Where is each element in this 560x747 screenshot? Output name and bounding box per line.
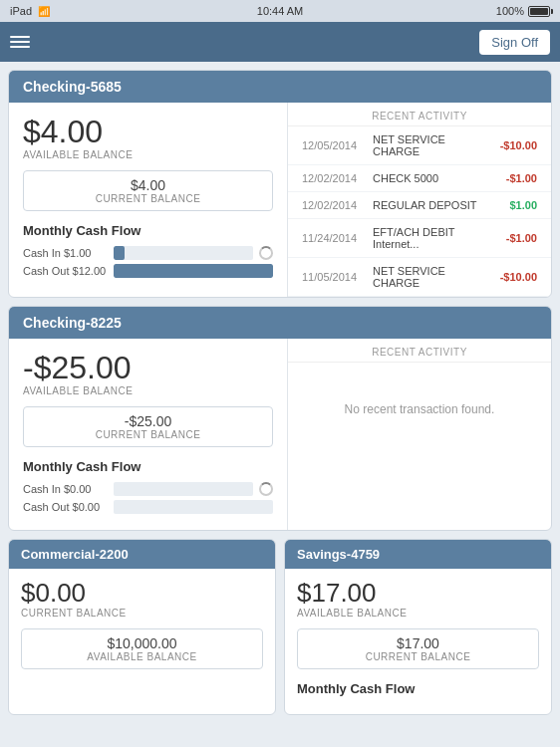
table-row: 12/02/2014 CHECK 5000 -$1.00 bbox=[288, 165, 551, 192]
current-balance-box-checking-5685: $4.00 CURRENT BALANCE bbox=[23, 170, 273, 211]
cash-in-bar-container-checking-5685 bbox=[114, 246, 253, 260]
carrier-label: iPad bbox=[10, 5, 32, 17]
tx-date: 12/02/2014 bbox=[302, 199, 367, 211]
sign-off-button[interactable]: Sign Off bbox=[479, 30, 550, 55]
account-card-checking-5685: Checking-5685 $4.00 AVAILABLE BALANCE $4… bbox=[8, 70, 552, 298]
current-balance-value-checking-5685: $4.00 bbox=[34, 177, 262, 193]
status-bar: iPad 📶 10:44 AM 100% bbox=[0, 0, 560, 22]
cash-out-bar-container-checking-5685 bbox=[114, 264, 273, 278]
cash-in-label-checking-5685: Cash In $1.00 bbox=[23, 247, 108, 259]
cash-in-row-checking-8225: Cash In $0.00 bbox=[23, 482, 273, 496]
secondary-label-commercial-2200: AVAILABLE BALANCE bbox=[32, 651, 252, 662]
tx-amount: $1.00 bbox=[489, 199, 537, 211]
no-transactions-checking-8225: No recent transaction found. bbox=[288, 363, 551, 456]
cash-in-bar-container-checking-8225 bbox=[114, 482, 253, 496]
account-card-body-checking-5685: $4.00 AVAILABLE BALANCE $4.00 CURRENT BA… bbox=[9, 103, 551, 297]
tx-desc: NET SERVICE CHARGE bbox=[367, 133, 489, 157]
tx-desc: REGULAR DEPOSIT bbox=[367, 199, 489, 211]
primary-amount-commercial-2200: $0.00 bbox=[21, 579, 263, 608]
cash-flow-title-checking-5685: Monthly Cash Flow bbox=[23, 223, 273, 238]
tx-amount: -$10.00 bbox=[489, 271, 537, 283]
available-balance-label-checking-5685: AVAILABLE BALANCE bbox=[23, 149, 273, 160]
tx-desc: CHECK 5000 bbox=[367, 172, 489, 184]
cash-flow-title-checking-8225: Monthly Cash Flow bbox=[23, 459, 273, 474]
primary-label-savings-4759: AVAILABLE BALANCE bbox=[297, 608, 539, 619]
cash-in-bar-checking-5685 bbox=[114, 246, 125, 260]
menu-button[interactable] bbox=[10, 36, 30, 48]
account-left-commercial-2200: $0.00 CURRENT BALANCE $10,000.00 AVAILAB… bbox=[9, 569, 275, 691]
cash-out-label-checking-8225: Cash Out $0.00 bbox=[23, 501, 108, 513]
battery-icon bbox=[528, 6, 550, 17]
battery-fill bbox=[530, 8, 548, 15]
recent-activity-label-checking-5685: RECENT ACTIVITY bbox=[288, 103, 551, 126]
status-bar-left: iPad 📶 bbox=[10, 5, 50, 17]
toolbar: Sign Off bbox=[0, 22, 560, 62]
tx-amount: -$1.00 bbox=[489, 232, 537, 244]
cash-flow-title-savings-4759: Monthly Cash Flow bbox=[297, 681, 539, 696]
cash-out-bar-container-checking-8225 bbox=[114, 500, 273, 514]
account-title-checking-8225: Checking-8225 bbox=[23, 315, 122, 331]
table-row: 12/05/2014 NET SERVICE CHARGE -$10.00 bbox=[288, 126, 551, 165]
available-balance-amount-checking-5685: $4.00 bbox=[23, 115, 273, 149]
account-left-savings-4759: $17.00 AVAILABLE BALANCE $17.00 CURRENT … bbox=[285, 569, 551, 714]
current-balance-box-savings-4759: $17.00 CURRENT BALANCE bbox=[297, 628, 539, 669]
available-balance-label-checking-8225: AVAILABLE BALANCE bbox=[23, 385, 273, 396]
account-card-checking-8225: Checking-8225 -$25.00 AVAILABLE BALANCE … bbox=[8, 306, 552, 531]
battery-percent: 100% bbox=[496, 5, 524, 17]
bottom-cards-row: Commercial-2200 $0.00 CURRENT BALANCE $1… bbox=[8, 539, 552, 715]
table-row: 12/02/2014 REGULAR DEPOSIT $1.00 bbox=[288, 192, 551, 219]
current-balance-box-commercial-2200: $10,000.00 AVAILABLE BALANCE bbox=[21, 628, 263, 669]
account-right-checking-8225: RECENT ACTIVITY No recent transaction fo… bbox=[288, 339, 551, 530]
account-card-header-commercial-2200: Commercial-2200 bbox=[9, 540, 275, 569]
secondary-value-savings-4759: $17.00 bbox=[308, 635, 528, 651]
account-card-body-checking-8225: -$25.00 AVAILABLE BALANCE -$25.00 CURREN… bbox=[9, 339, 551, 530]
primary-amount-savings-4759: $17.00 bbox=[297, 579, 539, 608]
account-card-header-checking-5685: Checking-5685 bbox=[9, 71, 551, 103]
account-card-header-savings-4759: Savings-4759 bbox=[285, 540, 551, 569]
recent-activity-label-checking-8225: RECENT ACTIVITY bbox=[288, 339, 551, 363]
current-balance-label-checking-5685: CURRENT BALANCE bbox=[34, 193, 262, 204]
account-title-commercial-2200: Commercial-2200 bbox=[21, 547, 129, 562]
hamburger-line-1 bbox=[10, 36, 30, 38]
available-balance-amount-checking-8225: -$25.00 bbox=[23, 351, 273, 385]
account-left-checking-5685: $4.00 AVAILABLE BALANCE $4.00 CURRENT BA… bbox=[9, 103, 288, 297]
account-card-header-checking-8225: Checking-8225 bbox=[9, 307, 551, 339]
tx-date: 12/02/2014 bbox=[302, 172, 367, 184]
primary-label-commercial-2200: CURRENT BALANCE bbox=[21, 608, 263, 619]
hamburger-line-2 bbox=[10, 41, 30, 43]
time-label: 10:44 AM bbox=[257, 5, 303, 17]
account-right-checking-5685: RECENT ACTIVITY 12/05/2014 NET SERVICE C… bbox=[288, 103, 551, 297]
secondary-label-savings-4759: CURRENT BALANCE bbox=[308, 651, 528, 662]
tx-date: 11/24/2014 bbox=[302, 232, 367, 244]
current-balance-box-checking-8225: -$25.00 CURRENT BALANCE bbox=[23, 406, 273, 447]
table-row: 11/05/2014 NET SERVICE CHARGE -$10.00 bbox=[288, 258, 551, 297]
account-card-savings-4759: Savings-4759 $17.00 AVAILABLE BALANCE $1… bbox=[284, 539, 552, 715]
hamburger-line-3 bbox=[10, 46, 30, 48]
account-left-checking-8225: -$25.00 AVAILABLE BALANCE -$25.00 CURREN… bbox=[9, 339, 288, 530]
cash-out-label-checking-5685: Cash Out $12.00 bbox=[23, 265, 108, 277]
cash-in-spinner-checking-5685 bbox=[259, 246, 273, 260]
tx-date: 12/05/2014 bbox=[302, 139, 367, 151]
cash-out-row-checking-5685: Cash Out $12.00 bbox=[23, 264, 273, 278]
cash-out-row-checking-8225: Cash Out $0.00 bbox=[23, 500, 273, 514]
cash-out-bar-checking-5685 bbox=[114, 264, 273, 278]
tx-amount: -$10.00 bbox=[489, 139, 537, 151]
cash-in-label-checking-8225: Cash In $0.00 bbox=[23, 483, 108, 495]
transactions-checking-5685: 12/05/2014 NET SERVICE CHARGE -$10.00 12… bbox=[288, 126, 551, 297]
account-card-commercial-2200: Commercial-2200 $0.00 CURRENT BALANCE $1… bbox=[8, 539, 276, 715]
tx-desc: NET SERVICE CHARGE bbox=[367, 265, 489, 289]
account-title-checking-5685: Checking-5685 bbox=[23, 79, 122, 95]
account-title-savings-4759: Savings-4759 bbox=[297, 547, 380, 562]
cash-in-row-checking-5685: Cash In $1.00 bbox=[23, 246, 273, 260]
tx-amount: -$1.00 bbox=[489, 172, 537, 184]
wifi-icon: 📶 bbox=[38, 6, 50, 17]
tx-desc: EFT/ACH DEBIT Internet... bbox=[367, 226, 489, 250]
current-balance-label-checking-8225: CURRENT BALANCE bbox=[34, 429, 262, 440]
table-row: 11/24/2014 EFT/ACH DEBIT Internet... -$1… bbox=[288, 219, 551, 258]
cash-in-spinner-checking-8225 bbox=[259, 482, 273, 496]
secondary-value-commercial-2200: $10,000.00 bbox=[32, 635, 252, 651]
tx-date: 11/05/2014 bbox=[302, 271, 367, 283]
current-balance-value-checking-8225: -$25.00 bbox=[34, 413, 262, 429]
status-bar-right: 100% bbox=[496, 5, 550, 17]
